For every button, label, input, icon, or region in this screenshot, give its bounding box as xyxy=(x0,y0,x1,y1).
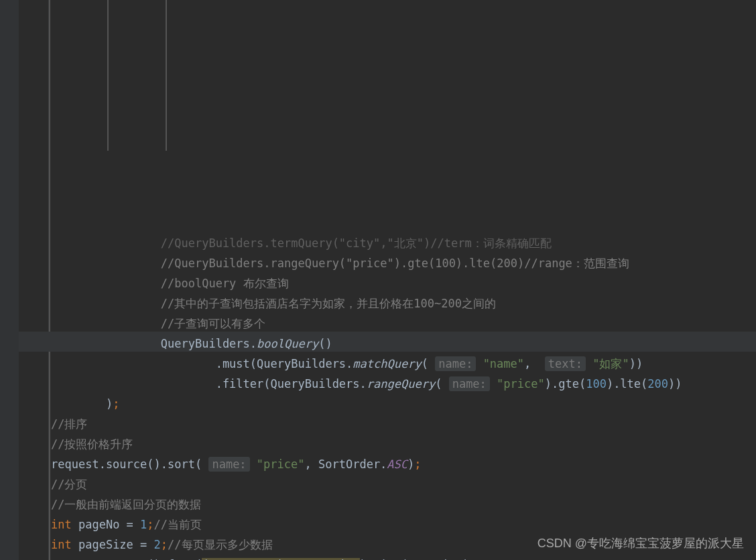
code-line[interactable]: //子查询可以有多个 xyxy=(51,317,265,330)
code-line[interactable]: //其中的子查询包括酒店名字为如家，并且价格在100~200之间的 xyxy=(51,297,496,310)
comment-text: //每页显示多少数据 xyxy=(168,538,272,551)
code-text: .filter(QueryBuilders. xyxy=(216,377,367,391)
code-text: pageSize = xyxy=(72,538,154,551)
code-text: pageNo = xyxy=(72,518,140,531)
code-text: )) xyxy=(629,357,643,370)
code-line[interactable]: .must(QueryBuilders.matchQuery( name: "n… xyxy=(51,356,643,371)
param-hint: name: xyxy=(208,457,249,472)
code-text: ) xyxy=(106,397,113,411)
string-literal: "price" xyxy=(257,458,305,471)
comment-text: //按照价格升序 xyxy=(51,437,133,451)
editor-gutter xyxy=(0,0,19,560)
semicolon: ; xyxy=(414,458,421,471)
code-line[interactable]: int pageSize = 2;//每页显示多少数据 xyxy=(51,538,273,551)
code-line[interactable]: //QueryBuilders.termQuery("city","北京")//… xyxy=(51,236,552,250)
param-hint: name: xyxy=(435,356,476,371)
enum-constant: ASC xyxy=(387,458,407,471)
code-text: QueryBuilders. xyxy=(161,337,257,350)
comment-text: //其中的子查询包括酒店名字为如家，并且价格在100~200之间的 xyxy=(161,297,496,310)
code-line[interactable]: //按照价格升序 xyxy=(51,437,133,451)
method-call: rangeQuery xyxy=(367,377,435,391)
number-literal: 2 xyxy=(154,538,161,551)
comment-text: //QueryBuilders.rangeQuery("price").gte(… xyxy=(161,257,629,270)
param-hint: name: xyxy=(449,376,490,391)
number-literal: 100 xyxy=(586,377,607,391)
code-text: () xyxy=(318,337,332,350)
code-line[interactable]: //QueryBuilders.rangeQuery("price").gte(… xyxy=(51,257,629,270)
code-text: ).lte( xyxy=(607,377,647,391)
semicolon: ; xyxy=(113,397,119,411)
string-literal: "price" xyxy=(497,377,545,391)
comment-text: //排序 xyxy=(51,417,87,431)
code-text: )) xyxy=(668,377,682,391)
code-text: ) xyxy=(407,458,414,471)
code-line[interactable]: //一般由前端返回分页的数据 xyxy=(51,498,201,511)
param-hint: text: xyxy=(545,356,586,371)
string-literal: "name" xyxy=(483,357,524,370)
code-text: ).gte( xyxy=(545,377,586,391)
method-call: boolQuery xyxy=(257,337,318,350)
code-line[interactable]: //boolQuery 布尔查询 xyxy=(51,277,289,290)
semicolon: ; xyxy=(147,518,153,531)
code-line[interactable]: //排序 xyxy=(51,417,87,431)
keyword: int xyxy=(51,518,72,531)
code-line[interactable]: QueryBuilders.boolQuery() xyxy=(51,337,332,350)
number-literal: 200 xyxy=(647,377,668,391)
comment-text: //QueryBuilders.termQuery("city","北京")//… xyxy=(161,236,552,250)
comment-text: //一般由前端返回分页的数据 xyxy=(51,498,201,511)
indent-guide-2 xyxy=(107,0,109,151)
method-call: matchQuery xyxy=(353,357,421,370)
code-line[interactable]: .filter(QueryBuilders.rangeQuery( name: … xyxy=(51,376,682,391)
comment-text: //子查询可以有多个 xyxy=(161,317,265,330)
semicolon: ; xyxy=(161,538,168,551)
code-text: SortOrder. xyxy=(312,458,387,471)
comment-text: //分页 xyxy=(51,478,87,491)
number-literal: 1 xyxy=(140,518,147,531)
code-text: request.source().sort( xyxy=(51,458,202,471)
csdn-watermark: CSDN @专吃海绵宝宝菠萝屋的派大星 xyxy=(538,533,744,553)
line-number-gutter xyxy=(19,0,49,560)
indent-guide-1 xyxy=(49,0,50,560)
code-line[interactable]: int pageNo = 1;//当前页 xyxy=(51,518,202,531)
string-literal: "如家" xyxy=(592,357,629,370)
indent-guide-3 xyxy=(166,0,167,151)
code-line[interactable]: //分页 xyxy=(51,478,87,491)
code-line[interactable]: request.source().sort( name: "price", So… xyxy=(51,457,422,472)
code-editor-viewport[interactable]: //QueryBuilders.termQuery("city","北京")//… xyxy=(51,213,756,560)
code-text: .must(QueryBuilders. xyxy=(216,357,353,370)
comment-text: //boolQuery 布尔查询 xyxy=(161,277,289,290)
comment-text: //当前页 xyxy=(154,518,202,531)
code-line[interactable]: ); xyxy=(51,397,119,411)
keyword: int xyxy=(51,538,72,551)
